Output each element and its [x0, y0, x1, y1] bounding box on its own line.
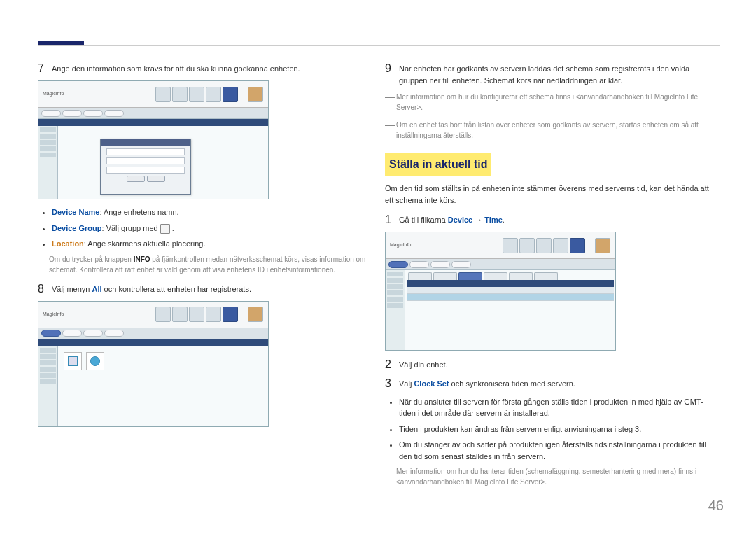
- list-item: Om du stänger av och sätter på produkten…: [399, 439, 720, 462]
- dash-icon: ―: [385, 466, 396, 487]
- section-intro: Om den tid som ställts in på enheten int…: [385, 183, 720, 206]
- ss-subbar: [386, 259, 615, 270]
- ss-sub-btn: [104, 110, 124, 117]
- note-text: Mer information om hur du konfigurerar e…: [396, 92, 720, 113]
- dash-icon: ―: [385, 92, 396, 113]
- step-number: 1: [385, 213, 399, 226]
- step-text: Välj Clock Set och synkronisera tiden me…: [399, 377, 720, 390]
- step-3: 3 Välj Clock Set och synkronisera tiden …: [385, 377, 720, 390]
- bullet-device-group: Device Group: Välj grupp med … .: [52, 223, 372, 234]
- ss-topbar: MagicInfo: [386, 232, 615, 259]
- ss-tab-icon: [248, 87, 263, 102]
- label: Device Name: [52, 208, 100, 216]
- step-text: Ange den information som krävs för att d…: [52, 62, 372, 75]
- step-1: 1 Gå till flikarna Device → Time.: [385, 213, 720, 226]
- ss-sub-btn: [83, 110, 103, 117]
- left-column: 7 Ange den information som krävs för att…: [38, 62, 372, 494]
- ss-topbar: MagicInfo: [38, 302, 268, 328]
- thumb-icon: [86, 352, 104, 370]
- list-item: När du ansluter till servern för första …: [399, 396, 720, 419]
- note-text: Om en enhet tas bort från listan över en…: [396, 120, 720, 141]
- step-8: 8 Välj menyn All och kontrollera att enh…: [38, 282, 372, 295]
- ss-sub-btn: [104, 330, 124, 337]
- ss-tab-icon: [189, 87, 204, 102]
- ss-tab-icon: [553, 238, 568, 253]
- ss-logo: MagicInfo: [43, 311, 64, 318]
- right-column: 9 När enheten har godkänts av servern la…: [385, 62, 720, 494]
- ss-body: [38, 346, 268, 426]
- note-text: Om du trycker på knappen INFO på fjärrko…: [49, 254, 372, 275]
- bullet-location: Location: Ange skärmens aktuella placeri…: [52, 238, 372, 250]
- ss-sub-btn: [41, 330, 61, 337]
- ss-logo: MagicInfo: [43, 90, 64, 98]
- ss-tab-icon-active: [570, 238, 585, 253]
- ss-dialog: [100, 139, 191, 195]
- ss-sub-btn: [62, 330, 82, 337]
- page-number: 46: [708, 495, 724, 516]
- ss-tab-icon: [519, 238, 535, 253]
- ss-main: [58, 346, 268, 426]
- info-note: ― Om en enhet tas bort från listan över …: [385, 120, 720, 141]
- bullet-device-name: Device Name: Ange enhetens namn.: [52, 206, 372, 218]
- label: Device Group: [52, 224, 102, 232]
- info-note: ― Om du trycker på knappen INFO på fjärr…: [38, 254, 372, 275]
- step-number: 9: [385, 62, 399, 86]
- page-columns: 7 Ange den information som krävs för att…: [38, 62, 720, 494]
- step-text: Gå till flikarna Device → Time.: [399, 213, 720, 226]
- info-note: ― Mer information om hur du konfigurerar…: [385, 92, 720, 113]
- ss-tab-icon: [248, 307, 263, 322]
- label: Location: [52, 239, 84, 248]
- ss-tab-icon: [595, 238, 610, 253]
- device-info-bullets: Device Name: Ange enhetens namn. Device …: [38, 206, 372, 250]
- screenshot-all-menu: MagicInfo: [38, 301, 269, 427]
- ss-tab-icon: [536, 238, 552, 253]
- thumb-icon: [64, 352, 82, 370]
- step-number: 2: [385, 358, 399, 371]
- ss-subbar: [38, 328, 268, 339]
- dash-icon: ―: [38, 254, 49, 275]
- step-text: Välj din enhet.: [399, 358, 720, 371]
- step-9: 9 När enheten har godkänts av servern la…: [385, 62, 720, 86]
- ss-main: [58, 126, 268, 199]
- ss-sub-btn: [41, 110, 61, 117]
- time-bullets: När du ansluter till servern för första …: [385, 396, 720, 463]
- ss-subbar: [38, 108, 268, 119]
- ss-logo: MagicInfo: [390, 241, 411, 249]
- ss-tab-icon-active: [223, 307, 238, 322]
- ss-body: [38, 126, 268, 199]
- ss-tab-icon-active: [223, 87, 238, 102]
- ss-tab-icon: [172, 87, 188, 102]
- ellipsis-button-icon: …: [160, 224, 170, 234]
- ss-darkbar: [38, 339, 268, 346]
- ss-tab-icon: [172, 307, 188, 322]
- step-text: Välj menyn All och kontrollera att enhet…: [52, 282, 372, 295]
- ss-topbar: MagicInfo: [38, 81, 268, 108]
- screenshot-device-time: MagicInfo: [385, 232, 616, 351]
- step-number: 3: [385, 377, 399, 390]
- dash-icon: ―: [385, 120, 396, 141]
- page-rule: [38, 45, 720, 46]
- ss-tab-icon: [503, 238, 518, 253]
- step-2: 2 Välj din enhet.: [385, 358, 720, 371]
- step-7: 7 Ange den information som krävs för att…: [38, 62, 372, 75]
- note-text: Mer information om hur du hanterar tiden…: [396, 466, 720, 487]
- ss-tab-icon: [206, 307, 221, 322]
- ss-sub-btn: [83, 330, 103, 337]
- info-note: ― Mer information om hur du hanterar tid…: [385, 466, 720, 487]
- ss-sidebar: [386, 270, 405, 350]
- ss-tab-icon: [155, 307, 171, 322]
- list-item: Tiden i produkten kan ändras från server…: [399, 423, 720, 435]
- section-heading: Ställa in aktuell tid: [385, 153, 491, 176]
- ss-sub-btn: [62, 110, 82, 117]
- ss-sidebar: [38, 346, 58, 426]
- ss-darkbar: [38, 119, 268, 126]
- step-text: När enheten har godkänts av servern ladd…: [399, 62, 720, 86]
- ss-tab-icon: [189, 307, 204, 322]
- ss-main: [405, 270, 615, 350]
- ss-body: [386, 270, 615, 350]
- ss-tab-icon: [155, 87, 171, 102]
- step-number: 7: [38, 62, 52, 75]
- screenshot-approve-device: MagicInfo: [38, 80, 269, 199]
- step-number: 8: [38, 282, 52, 295]
- ss-sidebar: [38, 126, 58, 199]
